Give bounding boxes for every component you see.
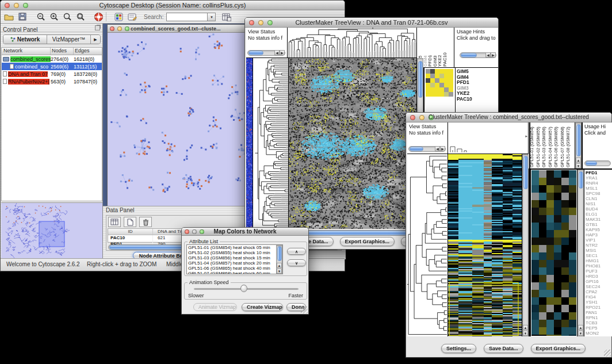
attribute-list-item[interactable]: GPL51-01 (GSM854) heat shock 05 min xyxy=(187,245,282,250)
zoom-out-icon[interactable] xyxy=(35,11,47,22)
tv2-zoom-pane[interactable] xyxy=(531,170,577,336)
tv1-gene-label[interactable]: PAC10 xyxy=(456,97,498,102)
save-data-button[interactable]: Save Data... xyxy=(484,344,523,353)
move-down-button[interactable]: ∨ xyxy=(287,259,306,266)
search-dropdown-button[interactable]: ▼ xyxy=(208,13,216,21)
tv2-status-scrollbar[interactable]: ◀ ▶ xyxy=(408,146,446,152)
birdseye-canvas[interactable] xyxy=(1,203,101,258)
tv2-column-label[interactable]: GPL51-06 (GSM865) xyxy=(554,124,560,167)
dialog-resize-grip[interactable] xyxy=(301,306,308,313)
tv2-gene-label[interactable]: NIS1 xyxy=(584,201,612,206)
tv1-column-label[interactable]: PAC10 xyxy=(443,36,448,67)
speed-slider-thumb[interactable] xyxy=(240,285,247,292)
vizmapper-palette-icon[interactable] xyxy=(113,11,125,22)
tab-network[interactable]: Network xyxy=(3,35,47,44)
help-lifesaver-icon[interactable] xyxy=(93,11,105,22)
new-attribute-icon[interactable] xyxy=(124,217,136,227)
zoom-button[interactable] xyxy=(125,26,129,31)
tv2-gene-label[interactable]: PAN1 xyxy=(584,310,612,315)
tv2-row-dendrogram-pane[interactable] xyxy=(407,154,447,336)
annotation-icon[interactable] xyxy=(126,11,138,22)
tv2-column-dendrogram-pane[interactable]: ▸ xyxy=(448,122,528,154)
zoom-in-icon[interactable] xyxy=(48,11,60,22)
scroll-down-icon[interactable]: ▼ xyxy=(277,269,282,274)
tv2-gene-label[interactable]: PUF3 xyxy=(584,269,612,274)
export-graphics-button[interactable]: Export Graphics... xyxy=(340,237,395,246)
save-session-icon[interactable] xyxy=(16,11,28,22)
tv2-gene-label[interactable]: RPN1 xyxy=(584,315,612,320)
scroll-right-icon[interactable]: ▶ xyxy=(491,52,496,58)
tv1-heatmap-pane[interactable] xyxy=(289,58,416,229)
tv2-gene-label[interactable]: RPO21 xyxy=(584,305,612,310)
select-attributes-icon[interactable] xyxy=(108,217,121,227)
tv2-gene-label[interactable]: HRD3 xyxy=(584,274,612,279)
open-session-icon[interactable] xyxy=(3,11,15,22)
tv2-gene-label[interactable]: CPA2 xyxy=(584,289,612,294)
float-panel-icon[interactable] xyxy=(95,25,100,30)
tv2-title-bar[interactable]: ClusterMaker TreeView : combined_scores_… xyxy=(406,113,611,122)
tv2-labels-top-vscrollbar[interactable]: ▲ ▼ xyxy=(575,122,582,168)
tv1-title-bar[interactable]: ClusterMaker TreeView : DNA and Tran 07-… xyxy=(245,18,498,28)
network-table-row[interactable]: combined_scores2764(0)16218(0) xyxy=(2,55,102,63)
data-col-id[interactable]: ID xyxy=(108,229,153,235)
tv2-heatmap-vscrollbar[interactable]: ▲ ▼ xyxy=(522,154,529,336)
tv2-usage-scrollbar[interactable] xyxy=(584,160,611,166)
export-graphics-button[interactable]: Export Graphics... xyxy=(531,344,586,353)
tv1-row-dendrogram-pane[interactable] xyxy=(253,58,288,229)
delete-attribute-icon[interactable] xyxy=(139,217,152,227)
tv2-gene-label[interactable]: CLN1 xyxy=(584,196,612,201)
zoom-selected-icon[interactable] xyxy=(62,11,74,22)
zoom-fit-icon[interactable] xyxy=(75,11,87,22)
tv2-gene-label[interactable]: MSL1 xyxy=(584,186,612,191)
tv2-gene-label[interactable]: HAP3 xyxy=(584,232,612,237)
settings-button[interactable]: Settings... xyxy=(441,344,476,353)
tv2-gene-label[interactable]: GPI16 xyxy=(584,279,612,284)
scroll-up-icon[interactable]: ▲ xyxy=(576,158,581,163)
scroll-down-icon[interactable]: ▼ xyxy=(576,163,581,168)
network-table-row[interactable]: RNAPuberNov2+|563(0)107847(0) xyxy=(2,78,102,85)
col-header-network[interactable]: Network xyxy=(2,48,51,55)
attribute-list-item[interactable]: GPL51-07 (GSM868) heat shock 60 min xyxy=(187,271,282,274)
tv1-usage-scrollbar[interactable]: ◀ ▶ xyxy=(460,52,496,58)
tv1-status-scrollbar[interactable]: ◀ ▶ xyxy=(247,50,285,56)
network-view-canvas[interactable] xyxy=(108,33,248,209)
attribute-list-item[interactable]: GPL51-03 (GSM856) heat shock 15 min xyxy=(187,255,282,260)
tab-vizmapper[interactable]: VizMapper™ xyxy=(47,35,90,44)
attribute-list-item[interactable]: GPL51-04 (GSM857) heat shock 20 min xyxy=(187,260,282,266)
tv2-gene-label[interactable]: TCB3 xyxy=(584,320,612,325)
minimize-button[interactable] xyxy=(117,26,122,31)
close-button[interactable] xyxy=(110,26,114,31)
tv2-gene-label[interactable]: FIG4 xyxy=(584,294,612,300)
tv2-gene-label[interactable]: HMG1 xyxy=(584,258,612,263)
tv2-genelist-vscrollbar[interactable]: ▲ ▼ xyxy=(577,170,584,336)
scroll-left-icon[interactable]: ◀ xyxy=(485,52,491,58)
scroll-up-icon[interactable]: ▲ xyxy=(277,263,282,268)
scroll-up-icon[interactable]: ▲ xyxy=(523,325,528,330)
tv2-gene-label[interactable]: SEC24 xyxy=(584,284,612,289)
tv2-gene-label[interactable]: BUD4 xyxy=(584,206,612,212)
tv2-gene-label[interactable]: NTR2 xyxy=(584,243,612,248)
tv2-gene-label[interactable]: VIP1 xyxy=(584,237,612,243)
tv2-gene-label[interactable]: PEP5 xyxy=(584,325,612,331)
tv2-column-label[interactable]: GPL51-03 (GSM856) xyxy=(542,124,548,167)
col-header-edges[interactable]: Edges xyxy=(74,48,102,55)
tv2-resize-grip[interactable] xyxy=(604,350,611,357)
move-up-button[interactable]: ∧ xyxy=(287,248,306,255)
tv2-gene-label[interactable]: RNR4 xyxy=(584,181,612,186)
tv1-global-overview-strip[interactable] xyxy=(246,58,253,229)
tv2-heatmap-pane[interactable] xyxy=(448,154,522,336)
tv2-gene-label[interactable]: MSI1 xyxy=(584,248,612,253)
scroll-down-icon[interactable]: ▼ xyxy=(523,331,528,336)
tv2-gene-label[interactable]: YSH1 xyxy=(584,300,612,305)
tv2-gene-label[interactable]: MAK31 xyxy=(584,217,612,222)
tv2-gene-label[interactable]: YRA1 xyxy=(584,175,612,181)
attribute-list-vscrollbar[interactable]: ▲ ▼ xyxy=(276,245,282,274)
tab-overflow-button[interactable]: ▶ xyxy=(90,35,100,44)
tv1-column-dendrogram-pane[interactable] xyxy=(288,28,416,58)
tv2-gene-label[interactable]: MON2 xyxy=(584,331,612,336)
create-vizmap-button[interactable]: Create Vizmap xyxy=(242,303,283,311)
scroll-left-icon[interactable]: ◀ xyxy=(435,146,440,151)
scroll-left-icon[interactable]: ◀ xyxy=(274,50,280,55)
attribute-listbox[interactable]: GPL51-01 (GSM854) heat shock 05 minGPL51… xyxy=(186,244,283,274)
attribute-list-item[interactable]: GPL51-02 (GSM855) heat shock 10 min xyxy=(187,250,282,255)
